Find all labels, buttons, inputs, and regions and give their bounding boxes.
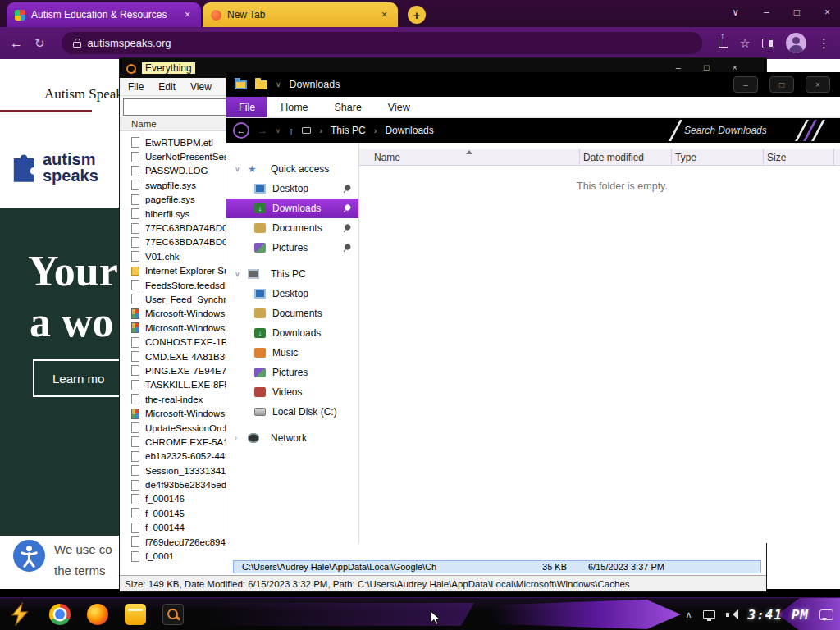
reload-button[interactable]: ↻ [34,36,45,51]
back-button[interactable]: ← [10,36,23,51]
explorer-search-input[interactable] [682,124,814,137]
breadcrumb-downloads[interactable]: Downloads [385,125,433,136]
share-icon[interactable] [719,39,728,48]
file-icon [131,308,139,319]
breadcrumb-this-pc[interactable]: This PC [331,125,366,136]
computer-icon [248,269,259,279]
desktop: Autism Education & Resources New Tab + ←… [0,0,840,630]
tray-expand-icon[interactable]: ∧ [686,609,692,620]
column-header-date-modified[interactable]: Date modified [580,149,672,165]
system-tray: ∧ 3:41 PM [686,598,834,630]
minimize-button[interactable] [733,76,758,93]
ribbon-tab-view[interactable]: View [375,97,423,117]
folder-icon [254,408,266,416]
ribbon-tab-share[interactable]: Share [322,97,375,117]
file-name: UserNotPresentSessi [145,152,235,162]
file-name: V01.chk [145,252,180,262]
chrome-taskbar-icon[interactable] [49,604,71,625]
chevron-expanded-icon[interactable]: ∨ [235,270,243,278]
maximize-button[interactable] [704,62,710,72]
sidebar-item-label: Downloads [272,203,321,214]
window-title: Downloads [290,79,340,90]
sidebar-item[interactable]: Documents [226,304,358,323]
nav-back-button[interactable]: ← [233,122,249,139]
selected-file-row[interactable]: C:\Users\Audrey Hale\AppData\Local\Googl… [233,560,761,573]
column-header-size[interactable]: Size [764,149,834,165]
file-name: f_000144 [145,523,185,532]
sidebar-item[interactable]: Downloads [226,323,358,343]
site-header-link[interactable]: Autism Speak [44,86,123,103]
ribbon-tab-file[interactable]: File [226,97,267,117]
pin-icon [341,203,353,214]
tab-close-icon[interactable] [379,9,390,21]
tab-autism-education[interactable]: Autism Education & Resources [7,2,201,27]
folder-icon [255,80,267,89]
column-header-name[interactable]: Name [371,149,580,165]
sidebar-item-network[interactable]: › Network [226,428,358,448]
start-button[interactable] [7,601,33,628]
tab-search-chevron-icon[interactable] [732,7,739,18]
tab-new-tab[interactable]: New Tab [203,2,398,27]
url-field[interactable]: autismspeaks.org [62,32,702,54]
file-icon [131,322,139,333]
side-panel-icon[interactable] [762,39,774,48]
file-icon [131,409,139,419]
close-button[interactable] [733,62,737,72]
sidebar-item[interactable]: Desktop [226,284,358,304]
sidebar-item-quick-access[interactable]: ∨ Quick access [226,159,358,179]
sidebar-item[interactable]: Pictures [226,238,358,258]
recent-locations-chevron-icon[interactable]: ∨ [276,127,281,135]
chevron-down-icon[interactable]: ∨ [276,80,281,89]
menu-edit[interactable]: Edit [158,81,176,93]
explorer-title-bar: ∨ Downloads [226,72,840,97]
display-icon[interactable] [703,610,715,619]
taskbar-clock[interactable]: 3:41 PM [748,607,809,623]
ribbon-tab-home[interactable]: Home [267,97,321,117]
nav-up-button[interactable]: ↑ [289,125,294,137]
sidebar-item[interactable]: Videos [226,382,358,402]
sidebar-item[interactable]: Local Disk (C:) [226,402,358,422]
everything-taskbar-icon[interactable] [162,604,184,625]
browser-menu-icon[interactable]: ⋮ [818,36,830,51]
close-button[interactable] [806,76,830,93]
sidebar-item-label: Local Disk (C:) [272,406,337,418]
hero-heading-line1: Your [28,247,118,295]
speaker-icon[interactable] [726,609,737,619]
profile-avatar[interactable] [786,33,806,53]
chevron-expanded-icon[interactable]: ∨ [235,165,243,173]
browser-close-button[interactable] [824,7,830,18]
minimize-button[interactable] [676,62,681,72]
file-icon [131,337,139,348]
sidebar-item[interactable]: Desktop [226,179,358,199]
notifications-icon[interactable] [819,609,833,620]
maximize-button[interactable] [769,76,794,93]
sidebar-item-this-pc[interactable]: ∨ This PC [226,264,358,284]
logo-line2: speaks [43,167,98,184]
file-icon [131,508,139,518]
tab-close-icon[interactable] [182,9,193,21]
browser-minimize-button[interactable] [764,7,769,18]
column-header-type[interactable]: Type [672,149,764,165]
nav-forward-button[interactable]: → [258,125,267,136]
menu-view[interactable]: View [190,81,212,93]
file-explorer-taskbar-icon[interactable] [125,604,146,625]
sidebar-item-label: Music [272,347,298,358]
sidebar-item[interactable]: Pictures [226,363,358,382]
accessibility-widget-button[interactable] [13,540,45,572]
sidebar-item[interactable]: Documents [226,218,358,238]
chevron-collapsed-icon[interactable]: › [235,434,243,442]
bookmark-star-icon[interactable]: ☆ [740,36,751,51]
favicon-new-tab [211,10,221,21]
network-icon [248,433,259,443]
sidebar-item[interactable]: Music [226,343,358,363]
new-tab-button[interactable]: + [408,6,426,24]
lock-icon [73,42,81,48]
browser-maximize-button[interactable] [794,7,800,18]
firefox-taskbar-icon[interactable] [87,604,108,625]
quick-access-icon [248,164,259,174]
file-icon [131,422,139,433]
folder-icon [254,368,266,377]
file-name: de4f93b5e28345ed [145,480,226,490]
sidebar-item[interactable]: Downloads [226,199,358,218]
menu-file[interactable]: File [128,81,144,93]
